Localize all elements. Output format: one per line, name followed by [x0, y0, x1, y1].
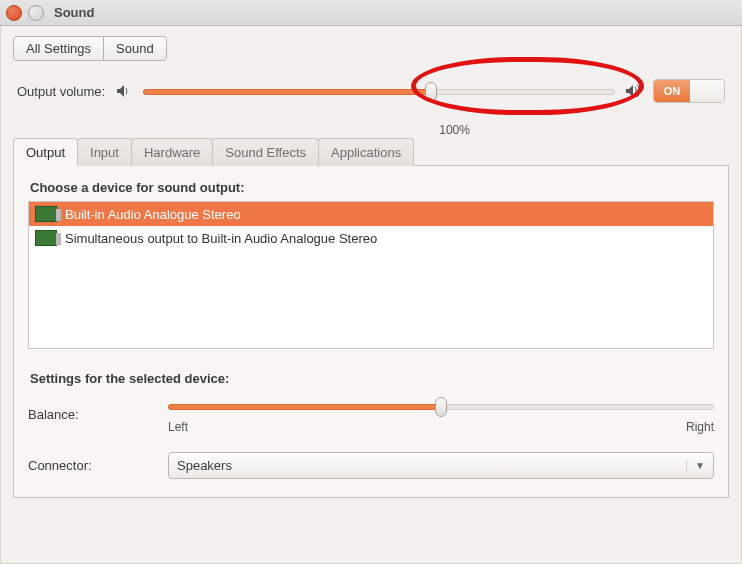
slider-fill: [143, 89, 431, 95]
mute-switch[interactable]: ON: [653, 79, 725, 103]
device-item[interactable]: Simultaneous output to Built-in Audio An…: [29, 226, 713, 250]
window-title: Sound: [54, 5, 94, 20]
slider-thumb[interactable]: [425, 82, 437, 102]
connector-value: Speakers: [177, 458, 232, 473]
window-body: All Settings Sound Output volume: ON 100…: [0, 26, 742, 564]
output-volume-slider[interactable]: [143, 84, 615, 98]
device-label: Simultaneous output to Built-in Audio An…: [65, 231, 377, 246]
connector-label: Connector:: [28, 458, 158, 473]
volume-low-icon: [115, 84, 133, 98]
slider-fill: [168, 404, 441, 410]
output-volume-label: Output volume:: [17, 84, 105, 99]
sound-crumb-button[interactable]: Sound: [103, 36, 167, 61]
output-device-list[interactable]: Built-in Audio Analogue StereoSimultaneo…: [28, 201, 714, 349]
choose-device-title: Choose a device for sound output:: [30, 180, 714, 195]
close-icon[interactable]: [6, 5, 22, 21]
titlebar: Sound: [0, 0, 742, 26]
chevron-down-icon: ▼: [686, 460, 705, 471]
slider-thumb[interactable]: [435, 397, 447, 417]
balance-left-label: Left: [168, 420, 188, 434]
tabs: OutputInputHardwareSound EffectsApplicat…: [13, 137, 729, 498]
volume-100-mark: 100%: [439, 123, 470, 137]
device-settings-title: Settings for the selected device:: [30, 371, 714, 386]
tab-output[interactable]: Output: [13, 138, 78, 166]
output-tab-panel: Choose a device for sound output: Built-…: [13, 166, 729, 498]
balance-slider[interactable]: Left Right: [168, 394, 714, 434]
device-label: Built-in Audio Analogue Stereo: [65, 207, 241, 222]
all-settings-button[interactable]: All Settings: [13, 36, 104, 61]
tab-row: OutputInputHardwareSound EffectsApplicat…: [13, 137, 729, 166]
minimize-icon[interactable]: [28, 5, 44, 21]
connector-row: Connector: Speakers ▼: [28, 452, 714, 479]
tab-input[interactable]: Input: [77, 138, 132, 166]
volume-high-icon: [625, 84, 643, 98]
switch-on-label: ON: [654, 80, 690, 102]
sound-card-icon: [35, 206, 57, 222]
balance-right-label: Right: [686, 420, 714, 434]
switch-off-half: [690, 80, 724, 102]
tab-hardware[interactable]: Hardware: [131, 138, 213, 166]
balance-row: Balance: Left Right: [28, 394, 714, 434]
connector-combo[interactable]: Speakers ▼: [168, 452, 714, 479]
device-item[interactable]: Built-in Audio Analogue Stereo: [29, 202, 713, 226]
output-volume-row: Output volume: ON 100%: [13, 79, 729, 109]
breadcrumb: All Settings Sound: [13, 36, 729, 61]
balance-label: Balance:: [28, 407, 158, 422]
tab-sound-effects[interactable]: Sound Effects: [212, 138, 319, 166]
sound-card-icon: [35, 230, 57, 246]
tab-applications[interactable]: Applications: [318, 138, 414, 166]
